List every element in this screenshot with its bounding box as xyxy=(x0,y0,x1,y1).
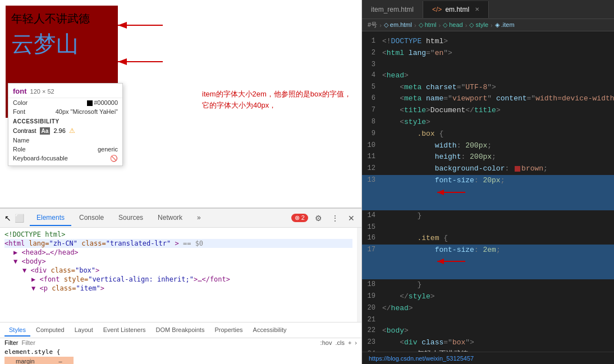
tooltip-font-value: 40px "Microsoft YaHei" xyxy=(56,108,118,115)
margin-value: – xyxy=(58,358,62,364)
code-line-16: 16 .item { xyxy=(362,233,614,245)
status-bar: https://blog.csdn.net/weixin_53125457 xyxy=(362,352,614,364)
tab-more[interactable]: » xyxy=(190,210,208,226)
tab-sources[interactable]: Sources xyxy=(112,210,150,226)
pseudo-hov[interactable]: :hov xyxy=(320,339,332,346)
item-text: 云梦山 xyxy=(11,29,112,59)
code-line-2: 2 <html lang="en"> xyxy=(362,48,614,59)
status-url: https://blog.csdn.net/weixin_53125457 xyxy=(369,355,474,362)
tab-em-label: em.html xyxy=(445,6,469,13)
tab-event-listeners[interactable]: Event Listeners xyxy=(99,324,150,337)
code-line-15: 15 xyxy=(362,222,614,233)
breadcrumb-item[interactable]: ◈ .item xyxy=(495,21,515,29)
styles-filter-row: Filter :hov .cls + › xyxy=(0,338,361,347)
margin-row: margin – xyxy=(0,357,361,364)
code-line-8: 8 <style> xyxy=(362,117,614,128)
code-line-21: 21 xyxy=(362,315,614,325)
tooltip-role-label: Role xyxy=(13,146,26,153)
html-line-body[interactable]: ▼ <body> xyxy=(4,257,352,266)
devtools-panel: ↖ ⬜ Elements Console Sources Network » ⊗… xyxy=(0,208,361,364)
tab-accessibility[interactable]: Accessibility xyxy=(249,324,291,337)
tooltip-role-value: generic xyxy=(98,146,118,153)
code-editor-panel: item_rem.html </> em.html ✕ #号 › ◇ em.ht… xyxy=(362,0,614,364)
tab-properties[interactable]: Properties xyxy=(210,324,247,337)
code-line-1: 1 <!DOCTYPE html> xyxy=(362,36,614,48)
styles-filter-input[interactable] xyxy=(21,339,317,346)
html-line-div[interactable]: ▼ <div class="box"> xyxy=(4,266,352,275)
code-line-11: 11 height: 200px; xyxy=(362,151,614,163)
code-line-20: 20 </head> xyxy=(362,303,614,315)
code-line-3: 3 xyxy=(362,59,614,70)
arrow-17 xyxy=(426,256,471,267)
html-line-font[interactable]: ▶ <font style="vertical-align: inherit;"… xyxy=(4,275,352,284)
code-line-7: 7 <title>Document</title> xyxy=(362,105,614,117)
contrast-badge: Aa xyxy=(40,127,51,135)
devtools-content: <!DOCTYPE html> <html lang="zh-CN" class… xyxy=(0,228,361,322)
html-line[interactable]: <!DOCTYPE html> xyxy=(4,230,352,239)
close-tab-icon[interactable]: ✕ xyxy=(475,6,479,12)
code-line-14: 14 } xyxy=(362,210,614,222)
tooltip-name-label: Name xyxy=(13,137,29,144)
filter-label: Filter xyxy=(4,339,18,346)
editor-tab-bar: item_rem.html </> em.html ✕ xyxy=(362,0,614,19)
code-line-9: 9 .box { xyxy=(362,128,614,140)
tab-styles[interactable]: Styles xyxy=(4,324,30,337)
breadcrumb-html[interactable]: ◇ html xyxy=(419,21,437,29)
tooltip-keyboard-value: 🚫 xyxy=(110,155,118,162)
html-line-p[interactable]: ▼ <p class="item"> xyxy=(4,284,352,293)
html-line-head[interactable]: ▶ <head>…</head> xyxy=(4,248,352,257)
code-line-23: 23 <div class="box"> xyxy=(362,337,614,349)
margin-label: margin xyxy=(16,358,35,364)
tooltip-font-label: Font xyxy=(13,108,25,115)
code-line-13: 13 font-size: 20px; xyxy=(362,175,614,210)
warning-icon: ⚠ xyxy=(69,127,75,135)
tab-network[interactable]: Network xyxy=(151,210,189,226)
tab-console[interactable]: Console xyxy=(72,210,111,226)
contrast-row: Contrast Aa 2.96 ⚠ xyxy=(8,126,122,136)
annotation-text: item的字体大小2em，他参照的是box的字值，它的字体大小为40px， xyxy=(202,89,354,110)
styles-tab-bar: Styles Computed Layout Event Listeners D… xyxy=(0,322,361,338)
accessibility-header: ACCESSIBILITY xyxy=(8,116,122,126)
tooltip-keyboard-label: Keyboard-focusable xyxy=(13,155,68,162)
code-editor: 1 <!DOCTYPE html> 2 <html lang="en"> 3 4… xyxy=(362,31,614,352)
tooltip-tag: font xyxy=(13,87,27,95)
html-line-html[interactable]: <html lang="zh-CN" class="translated-ltr… xyxy=(4,239,352,248)
more-icon[interactable]: ⋮ xyxy=(329,213,341,224)
styles-panel: Styles Computed Layout Event Listeners D… xyxy=(0,322,361,364)
html-tree: <!DOCTYPE html> <html lang="zh-CN" class… xyxy=(0,228,357,322)
arrow-right-icon[interactable]: › xyxy=(355,339,357,346)
margin-box: margin – xyxy=(4,357,74,364)
breadcrumb-head[interactable]: ◇ head xyxy=(443,21,463,29)
add-style-icon[interactable]: + xyxy=(348,339,351,346)
breadcrumb-hash: #号 xyxy=(368,21,377,29)
tooltip-color-label: Color xyxy=(13,99,28,106)
tooltip-color-value: #000000 xyxy=(87,99,118,106)
webpage-preview: 年轻人不讲武德 云梦山 font 120 × 52 Color #000000 … xyxy=(0,0,361,208)
code-line-4: 4 <head> xyxy=(362,70,614,82)
element-style: element.style { xyxy=(0,347,361,357)
code-line-18: 18 } xyxy=(362,279,614,291)
gear-icon[interactable]: ⚙ xyxy=(313,213,324,224)
code-line-10: 10 width: 200px; xyxy=(362,140,614,152)
close-icon[interactable]: ✕ xyxy=(346,213,357,224)
code-line-17: 17 font-size: 2em; xyxy=(362,245,614,280)
devtools-cursor-icon[interactable]: ↖ xyxy=(4,214,11,223)
code-line-12: 12 background-color: brown; xyxy=(362,163,614,175)
tab-item-rem[interactable]: item_rem.html xyxy=(362,1,423,18)
code-line-5: 5 <meta charset="UTF-8"> xyxy=(362,82,614,94)
tab-computed[interactable]: Computed xyxy=(31,324,69,337)
arrow-13 xyxy=(426,187,471,198)
breadcrumb-em[interactable]: ◇ em.html xyxy=(384,21,412,29)
contrast-value: 2.96 xyxy=(53,127,65,134)
breadcrumb-style[interactable]: ◇ style xyxy=(469,21,488,29)
box-title: 年轻人不讲武德 xyxy=(11,11,112,26)
devtools-box-icon[interactable]: ⬜ xyxy=(15,214,24,223)
devtools-scrollbar[interactable] xyxy=(357,228,361,322)
tab-em-html[interactable]: </> em.html ✕ xyxy=(423,1,489,18)
tab-dom-breakpoints[interactable]: DOM Breakpoints xyxy=(152,324,209,337)
pseudo-cls[interactable]: .cls xyxy=(335,339,345,346)
element-tooltip: font 120 × 52 Color #000000 Font 40px "M… xyxy=(8,83,123,166)
tab-elements[interactable]: Elements xyxy=(30,210,71,226)
tab-layout[interactable]: Layout xyxy=(70,324,98,337)
code-line-19: 19 </style> xyxy=(362,291,614,303)
